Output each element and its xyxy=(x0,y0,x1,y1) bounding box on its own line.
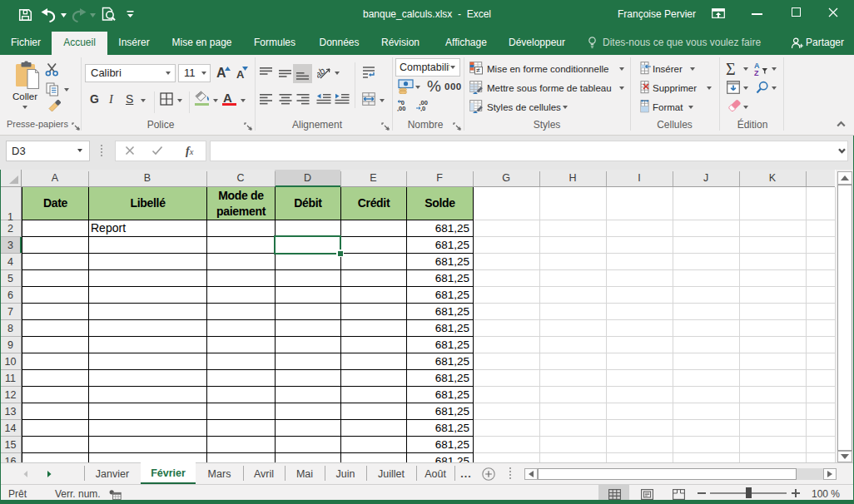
svg-text:,00: ,00 xyxy=(397,105,405,111)
svg-text:,0: ,0 xyxy=(420,105,425,111)
svg-text:Z: Z xyxy=(754,69,759,77)
svg-text:≠: ≠ xyxy=(476,66,480,74)
